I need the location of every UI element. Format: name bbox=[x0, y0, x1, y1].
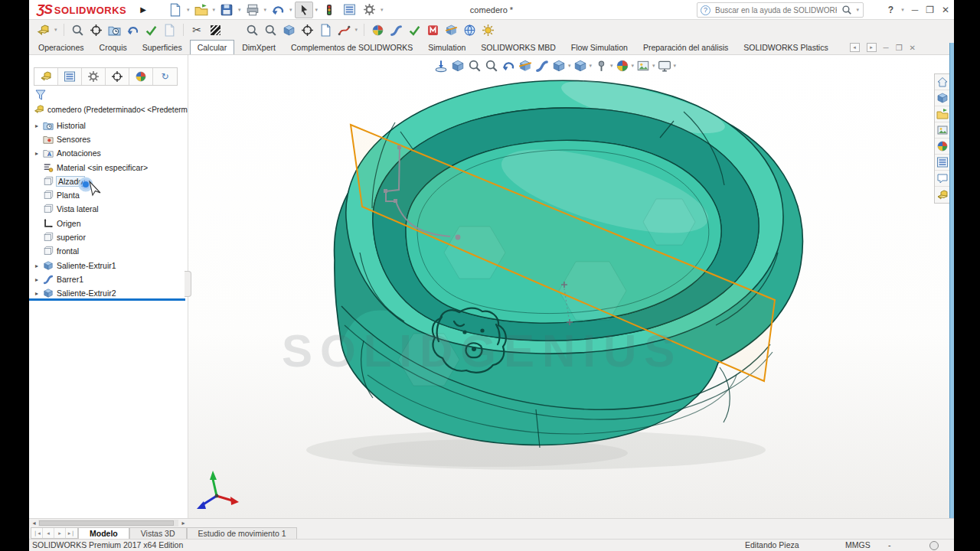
spline-tool-icon[interactable] bbox=[336, 22, 352, 38]
zoom-area-icon[interactable] bbox=[467, 58, 482, 73]
help-button[interactable]: ? bbox=[888, 5, 893, 15]
save-dropdown-icon[interactable]: ▾ bbox=[238, 7, 241, 13]
tab-simulation[interactable]: Simulation bbox=[420, 40, 473, 54]
select-dropdown-icon[interactable]: ▾ bbox=[315, 7, 318, 13]
resources-home-icon[interactable] bbox=[935, 74, 950, 90]
custom-properties-icon[interactable] bbox=[935, 155, 950, 171]
undo-dropdown-icon[interactable]: ▾ bbox=[289, 7, 292, 13]
move-tool-icon[interactable] bbox=[88, 22, 104, 38]
tree-item-sensores[interactable]: Sensores bbox=[29, 132, 187, 146]
view-cube-icon[interactable] bbox=[450, 58, 466, 73]
xpress-products-icon[interactable] bbox=[935, 187, 950, 203]
scrollbar-thumb[interactable] bbox=[39, 520, 174, 526]
save-button[interactable] bbox=[217, 2, 236, 18]
panel-refresh-tab[interactable]: ↻ bbox=[153, 68, 177, 85]
search-input[interactable] bbox=[714, 5, 838, 15]
tree-item-superior[interactable]: superior bbox=[29, 230, 187, 244]
zebra-stripes-icon[interactable] bbox=[207, 22, 224, 38]
expand-arrow-icon[interactable]: ▸ bbox=[32, 150, 41, 157]
history-tool-icon[interactable] bbox=[106, 22, 122, 38]
display-style-icon[interactable] bbox=[573, 58, 588, 73]
flow-globe-icon[interactable] bbox=[462, 22, 478, 38]
display-style-dropdown-icon[interactable]: ▾ bbox=[590, 63, 593, 69]
zoom-window-icon[interactable] bbox=[484, 58, 499, 73]
tree-root-comedero[interactable]: comedero (Predeterminado< <Predeterm bbox=[29, 103, 187, 116]
view-palette-icon[interactable] bbox=[935, 122, 950, 139]
tab-flow-simulation[interactable]: Flow Simulation bbox=[564, 40, 635, 54]
file-explorer-icon[interactable] bbox=[935, 106, 950, 122]
doc-restore-button[interactable]: ❐ bbox=[896, 44, 903, 52]
apply-scene-dropdown-icon[interactable]: ▾ bbox=[652, 63, 655, 69]
tab-vistas-3d[interactable]: Vistas 3D bbox=[129, 527, 187, 539]
tree-item-planta[interactable]: Planta bbox=[29, 188, 187, 202]
tree-item-origen[interactable]: Origen bbox=[29, 217, 187, 230]
search-icon[interactable] bbox=[841, 5, 852, 15]
zoom-area-tool-icon[interactable] bbox=[244, 22, 260, 38]
restore-button[interactable]: ❐ bbox=[926, 5, 934, 15]
curve-tool-icon[interactable] bbox=[388, 22, 404, 38]
select-button[interactable] bbox=[295, 2, 313, 18]
tab-next-icon[interactable]: ▸ bbox=[54, 528, 66, 538]
filter-funnel-icon[interactable] bbox=[34, 89, 47, 101]
hide-show-items-icon[interactable] bbox=[593, 58, 609, 73]
tab-croquis[interactable]: Croquis bbox=[92, 40, 135, 54]
trim-scissors-icon[interactable]: ✂ bbox=[189, 22, 205, 38]
appearances-icon[interactable] bbox=[935, 139, 950, 155]
simulation-icon[interactable] bbox=[443, 22, 459, 38]
rollback-bar[interactable] bbox=[29, 298, 185, 301]
minimize-button[interactable]: ─ bbox=[912, 5, 919, 15]
doc-next-icon[interactable]: ▸ bbox=[867, 43, 877, 52]
search-dropdown-icon[interactable]: ▾ bbox=[856, 7, 859, 13]
open-dropdown-icon[interactable]: ▾ bbox=[213, 7, 216, 13]
help-search-box[interactable]: ? ▾ bbox=[697, 2, 864, 18]
apply-scene-icon[interactable] bbox=[635, 58, 651, 73]
previous-view-icon[interactable] bbox=[501, 58, 516, 73]
sketch-tool-icon[interactable] bbox=[534, 58, 550, 73]
expand-arrow-icon[interactable]: ▸ bbox=[32, 276, 41, 283]
tab-modelo[interactable]: Modelo bbox=[78, 527, 129, 539]
options-gear-icon[interactable] bbox=[360, 2, 378, 18]
open-button[interactable] bbox=[192, 2, 211, 18]
plastics-icon[interactable] bbox=[480, 22, 496, 38]
scroll-left-icon[interactable]: ◂ bbox=[30, 519, 38, 527]
scroll-right-icon[interactable]: ▸ bbox=[179, 519, 188, 527]
doc-prev-icon[interactable]: ◂ bbox=[850, 43, 860, 52]
zoom-tool-icon[interactable] bbox=[70, 22, 86, 38]
tab-solidworks-plastics[interactable]: SOLIDWORKS Plastics bbox=[736, 40, 835, 54]
scrollbar-track[interactable] bbox=[38, 520, 178, 527]
tab-preparacion-analisis[interactable]: Preparación del análisis bbox=[635, 40, 736, 54]
print-button[interactable] bbox=[243, 2, 262, 18]
keytag-dropdown-icon[interactable]: ▾ bbox=[54, 27, 57, 33]
design-library-icon[interactable] bbox=[935, 90, 950, 106]
edit-appearance-icon[interactable] bbox=[615, 58, 630, 73]
tab-estudio-movimiento[interactable]: Estudio de movimiento 1 bbox=[187, 527, 298, 539]
units-label[interactable]: MMGS bbox=[845, 540, 871, 549]
tab-dimxpert[interactable]: DimXpert bbox=[234, 40, 283, 54]
tree-item-barrer1[interactable]: ▸ Barrer1 bbox=[29, 272, 187, 286]
propertymanager-tab[interactable] bbox=[58, 68, 82, 85]
featuremanager-tab[interactable] bbox=[34, 68, 58, 85]
draft-analysis-icon[interactable] bbox=[281, 22, 297, 38]
dimxpertmanager-tab[interactable] bbox=[106, 68, 129, 85]
view-orientation-icon[interactable] bbox=[551, 58, 567, 73]
appearance-tool-icon[interactable] bbox=[370, 22, 386, 38]
curvature-icon[interactable] bbox=[226, 22, 242, 38]
forum-icon[interactable] bbox=[935, 171, 950, 187]
tree-item-saliente-extruir1[interactable]: ▸ Saliente-Extruir1 bbox=[29, 259, 187, 272]
tab-complementos[interactable]: Complementos de SOLIDWORKS bbox=[283, 40, 420, 54]
status-eye-icon[interactable] bbox=[929, 541, 939, 550]
tree-item-vista-lateral[interactable]: Vista lateral bbox=[29, 202, 187, 216]
tree-item-material[interactable]: Material <sin especificar> bbox=[29, 161, 187, 174]
tab-operaciones[interactable]: Operaciones bbox=[31, 40, 92, 54]
snap-tool-icon[interactable] bbox=[299, 22, 315, 38]
new-document-button[interactable] bbox=[166, 2, 185, 18]
doc-close-button[interactable]: ✕ bbox=[910, 44, 916, 52]
tree-item-anotaciones[interactable]: ▸ Anotaciones bbox=[29, 146, 187, 160]
undo-button[interactable] bbox=[269, 2, 287, 18]
options-dropdown-icon[interactable]: ▾ bbox=[381, 7, 384, 13]
spline-dropdown-icon[interactable]: ▾ bbox=[355, 27, 358, 33]
hide-show-dropdown-icon[interactable]: ▾ bbox=[610, 63, 613, 69]
view-orientation-dropdown-icon[interactable]: ▾ bbox=[568, 63, 571, 69]
panel-splitter-handle[interactable] bbox=[185, 271, 191, 297]
section-view-icon[interactable] bbox=[518, 58, 533, 73]
